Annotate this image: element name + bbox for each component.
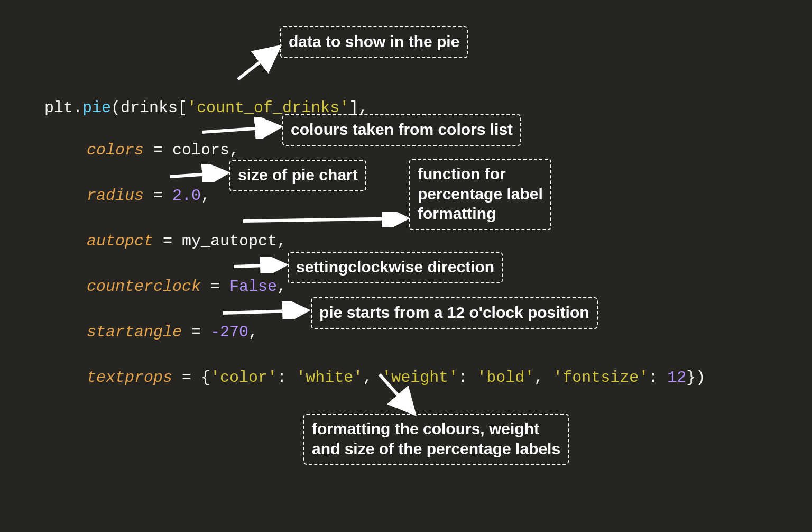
callout-data: data to show in the pie xyxy=(280,26,468,58)
code-token: 'weight' xyxy=(382,369,458,387)
code-token: }) xyxy=(686,369,705,387)
code-token: { xyxy=(201,369,210,387)
code-token: -270 xyxy=(210,323,248,341)
code-token: , xyxy=(248,323,258,341)
code-token: 'bold' xyxy=(477,369,534,387)
code-token: counterclock xyxy=(87,278,201,296)
code-token: textprops xyxy=(87,369,172,387)
code-token: 2.0 xyxy=(172,187,201,205)
code-token: , xyxy=(277,232,287,250)
code-token: = xyxy=(182,323,210,341)
code-token: my_autopct xyxy=(182,232,277,250)
code-token: : xyxy=(277,369,296,387)
code-token: , xyxy=(229,141,239,159)
code-token: = xyxy=(201,278,229,296)
code-token: = xyxy=(144,187,172,205)
callout-textprops: formatting the colours, weight and size … xyxy=(303,414,569,465)
code-token: plt xyxy=(44,99,73,117)
code-token: , xyxy=(534,369,553,387)
code-token: autopct xyxy=(87,232,153,250)
annotated-code-diagram: plt.pie(drinks['count_of_drinks'], color… xyxy=(0,0,812,532)
code-token: startangle xyxy=(87,323,182,341)
svg-line-0 xyxy=(238,49,277,79)
code-token: , xyxy=(201,187,210,205)
code-token: = xyxy=(153,232,182,250)
code-token: 12 xyxy=(667,369,686,387)
code-token: 'white' xyxy=(296,369,363,387)
code-line-7: textprops = {'color': 'white', 'weight':… xyxy=(49,349,705,406)
code-token: = xyxy=(144,141,172,159)
callout-counterclock: settingclockwise direction xyxy=(288,252,503,283)
code-token: pie xyxy=(82,99,111,117)
code-token: : xyxy=(648,369,667,387)
callout-autopct: function for percentage label formatting xyxy=(409,159,551,230)
code-token: = xyxy=(172,369,201,387)
code-token: (drinks[ xyxy=(111,99,187,117)
code-token: , xyxy=(277,278,287,296)
callout-radius: size of pie chart xyxy=(229,160,366,191)
callout-startangle: pie starts from a 12 o'clock position xyxy=(311,297,598,329)
code-token: , xyxy=(363,369,382,387)
code-token: . xyxy=(73,99,82,117)
code-token: colors xyxy=(87,141,144,159)
code-token: : xyxy=(458,369,477,387)
arrow-icon xyxy=(233,42,285,85)
code-token: 'color' xyxy=(210,369,277,387)
code-token: 'fontsize' xyxy=(553,369,648,387)
code-token: colors xyxy=(172,141,229,159)
code-token: radius xyxy=(87,187,144,205)
callout-colors: colours taken from colors list xyxy=(282,114,521,146)
code-token: False xyxy=(229,278,277,296)
